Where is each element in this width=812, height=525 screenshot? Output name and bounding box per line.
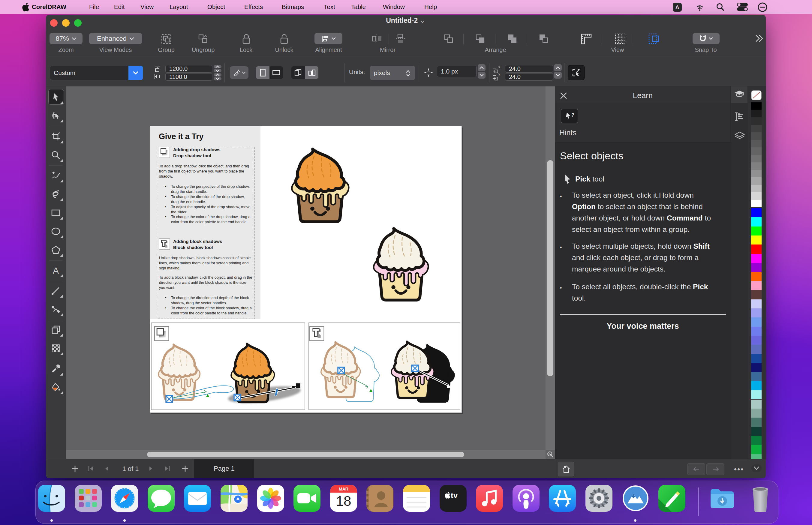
svg-text:tv: tv [451,491,458,500]
svg-text:x: x [498,65,500,69]
svg-text:18: 18 [336,493,351,509]
svg-text:A: A [53,266,59,275]
svg-text:A: A [675,4,679,11]
svg-text:y: y [498,72,500,76]
svg-text:MAR: MAR [339,486,348,491]
svg-text:?: ? [571,112,574,118]
